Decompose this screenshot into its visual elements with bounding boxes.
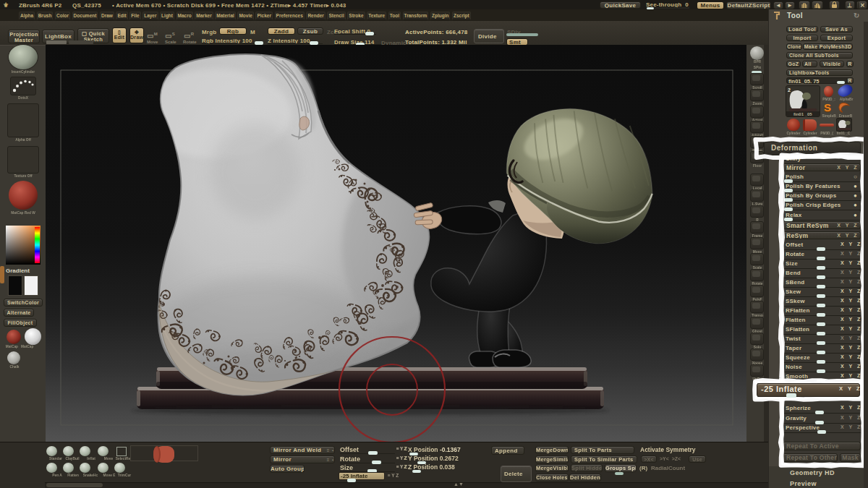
svg-text:2: 2 <box>788 87 791 93</box>
svg-text:fin01 _05: fin01 _05 <box>793 112 812 116</box>
